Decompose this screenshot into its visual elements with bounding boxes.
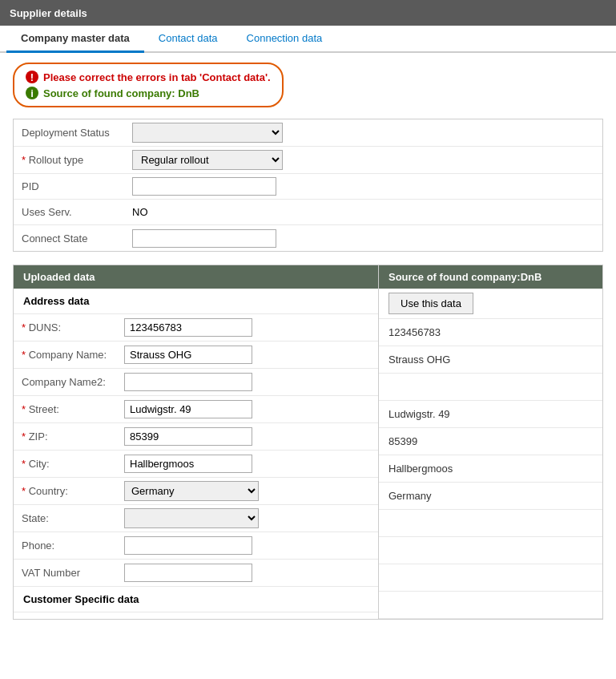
connect-state-input[interactable] <box>132 229 276 248</box>
use-this-data-row: Use this data <box>379 289 602 319</box>
form-row-rollout-type: * Rollout type Regular rollout <box>14 147 602 174</box>
alert-error: ! Please correct the errors in tab 'Cont… <box>26 71 271 83</box>
city-input[interactable] <box>124 455 252 473</box>
right-company-name2-value <box>379 374 602 401</box>
info-icon: i <box>26 87 38 99</box>
right-duns-value: 123456783 <box>379 319 602 346</box>
form-row-deployment-status: Deployment Status <box>14 119 602 147</box>
right-country-value: Germany <box>379 483 602 510</box>
customer-section-label: Customer Specific data <box>14 587 378 612</box>
state-select[interactable] <box>124 508 259 528</box>
vat-input[interactable] <box>124 564 252 582</box>
data-row-duns: * DUNS: <box>14 314 378 342</box>
zip-input[interactable] <box>124 427 252 446</box>
window-title: Supplier details <box>0 0 616 26</box>
address-section-label: Address data <box>14 289 378 314</box>
right-customer-section <box>379 592 602 619</box>
label-connect-state: Connect State <box>14 228 126 249</box>
content-area: ! Please correct the errors in tab 'Cont… <box>0 53 616 629</box>
right-panel-content: Use this data 123456783 Strauss OHG Ludw… <box>379 289 602 619</box>
left-panel-header: Uploaded data <box>14 265 378 289</box>
error-icon: ! <box>26 71 38 83</box>
form-section: Deployment Status * Rollout type Regular… <box>13 119 603 252</box>
country-select[interactable]: Germany <box>124 481 259 501</box>
pid-input[interactable] <box>132 177 276 196</box>
form-row-uses-serv: Uses Serv. NO <box>14 200 602 225</box>
uses-serv-value: NO <box>126 203 602 221</box>
right-company-name-value: Strauss OHG <box>379 346 602 374</box>
right-state-value <box>379 510 602 537</box>
right-data-panel: Source of found company:DnB Use this dat… <box>378 265 602 619</box>
phone-input[interactable] <box>124 536 252 555</box>
label-pid: PID <box>14 176 126 197</box>
right-street-value: Ludwigstr. 49 <box>379 401 602 428</box>
duns-input[interactable] <box>124 318 252 337</box>
data-row-company-name: * Company Name: <box>14 342 378 369</box>
alert-info: i Source of found company: DnB <box>26 87 271 99</box>
right-city-value: Hallbergmoos <box>379 455 602 483</box>
use-this-data-button[interactable]: Use this data <box>389 293 473 314</box>
supplier-details-window: Supplier details Company master data Con… <box>0 0 616 679</box>
data-row-street: * Street: <box>14 396 378 423</box>
right-phone-value <box>379 537 602 564</box>
data-row-vat: VAT Number <box>14 560 378 587</box>
alert-error-text: Please correct the errors in tab 'Contac… <box>43 71 271 83</box>
rollout-type-select[interactable]: Regular rollout <box>132 150 283 170</box>
tab-connection-data[interactable]: Connection data <box>232 26 337 53</box>
form-row-pid: PID <box>14 174 602 200</box>
tab-bar: Company master data Contact data Connect… <box>0 26 616 53</box>
data-row-zip: * ZIP: <box>14 423 378 451</box>
right-panel-header: Source of found company:DnB <box>379 265 602 289</box>
data-row-country: * Country: Germany <box>14 478 378 505</box>
data-row-state: State: <box>14 505 378 532</box>
left-data-panel: Uploaded data Address data * DUNS: * Com… <box>14 265 378 619</box>
label-uses-serv: Uses Serv. <box>14 201 126 223</box>
data-row-company-name2: Company Name2: <box>14 369 378 396</box>
right-zip-value: 85399 <box>379 428 602 455</box>
label-deployment-status: Deployment Status <box>14 122 126 143</box>
data-row-phone: Phone: <box>14 532 378 560</box>
form-row-connect-state: Connect State <box>14 225 602 251</box>
deployment-status-select[interactable] <box>132 123 283 143</box>
right-vat-value <box>379 564 602 592</box>
tab-company-master-data[interactable]: Company master data <box>6 26 144 53</box>
tab-contact-data[interactable]: Contact data <box>144 26 232 53</box>
alert-info-text: Source of found company: DnB <box>43 87 199 99</box>
company-name2-input[interactable] <box>124 373 252 391</box>
data-row-city: * City: <box>14 451 378 478</box>
label-rollout-type: * Rollout type <box>14 149 126 171</box>
street-input[interactable] <box>124 400 252 418</box>
data-table-wrapper: Uploaded data Address data * DUNS: * Com… <box>13 265 603 620</box>
alert-box: ! Please correct the errors in tab 'Cont… <box>13 63 284 107</box>
company-name-input[interactable] <box>124 346 252 364</box>
